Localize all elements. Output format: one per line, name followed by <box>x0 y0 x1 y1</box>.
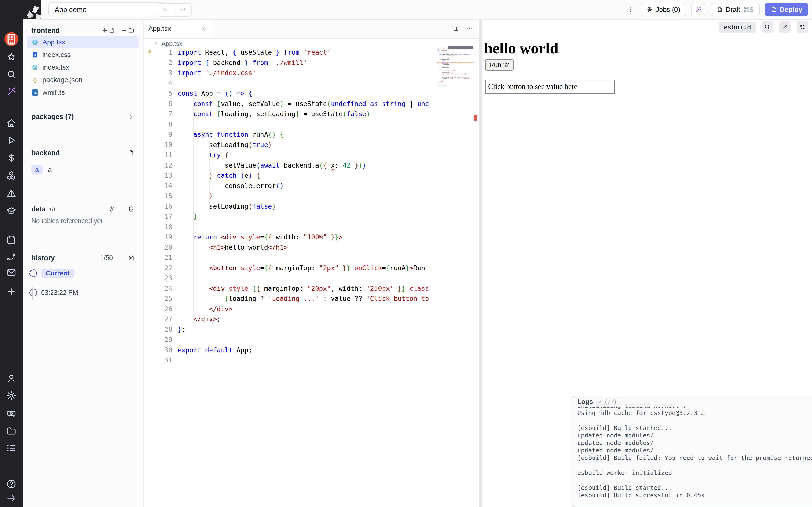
log-line: esbuild worker initialized <box>577 469 812 476</box>
line-number: 11 <box>143 150 177 160</box>
add-plus-icon[interactable] <box>6 286 17 297</box>
add-file-button[interactable] <box>101 27 115 34</box>
preview-heading: hello world <box>484 39 558 57</box>
triggers-prism-icon[interactable] <box>6 188 17 199</box>
save-icon <box>771 6 777 13</box>
braces-file-icon: {} <box>32 76 39 83</box>
file-row-wmill.ts[interactable]: TSwmill.ts <box>27 87 139 99</box>
log-line: updated node_modules/ <box>577 439 812 447</box>
packages-section: packages (7) <box>23 111 143 122</box>
refresh-button[interactable] <box>797 21 808 33</box>
more-menu-button[interactable] <box>626 4 636 15</box>
chevron-down-icon[interactable] <box>596 399 602 405</box>
worker-groups-icon[interactable] <box>6 408 17 418</box>
draft-button[interactable]: Draft ⌘S <box>711 3 760 16</box>
minimap[interactable]: import React, { useState } from 'react'i… <box>438 47 475 371</box>
open-external-button[interactable] <box>779 21 791 33</box>
code-line-7: const [loading, setLoading] = useState(f… <box>177 109 435 119</box>
app-title-input[interactable] <box>48 2 164 17</box>
code-line-15: } <box>177 191 435 201</box>
line-number: 31 <box>143 355 177 365</box>
undo-redo-group <box>157 3 192 17</box>
chevron-right-icon[interactable] <box>128 113 134 120</box>
workspace-building-icon[interactable] <box>4 32 18 46</box>
inspect-select-button[interactable] <box>762 21 773 33</box>
redo-button[interactable] <box>174 4 191 16</box>
logs-header[interactable]: Logs (77) <box>572 396 812 407</box>
log-line: Using idb cache for csstype@3.2.3 … <box>577 409 812 417</box>
line-number: 13 <box>143 170 177 181</box>
jobs-button[interactable]: Jobs (0) <box>641 3 686 16</box>
line-number: 7 <box>143 109 177 119</box>
ai-wand-icon[interactable] <box>6 86 17 97</box>
collapse-arrow-right-icon[interactable] <box>6 493 17 503</box>
file-row-index.css[interactable]: 3index.css <box>27 49 139 61</box>
snapshot-button[interactable] <box>121 255 134 261</box>
home-icon[interactable] <box>6 118 17 128</box>
history-snapshot-row[interactable]: 03:23:22 PM <box>23 288 143 297</box>
undo-button[interactable] <box>157 4 174 16</box>
line-number: 28 <box>143 325 177 335</box>
audit-list-icon[interactable] <box>6 443 17 453</box>
panel-resize-handle[interactable] <box>479 19 482 507</box>
log-line: updated node_modules/ <box>577 447 812 454</box>
run-a-button[interactable]: Run 'a' <box>485 59 514 71</box>
code-line-12: setValue(await backend.a({ x: 42 })) <box>177 160 435 171</box>
code-line-9: async function runA() { <box>177 129 435 140</box>
resources-cubes-icon[interactable] <box>6 170 17 181</box>
draft-shortcut: ⌘S <box>743 6 754 13</box>
react-file-icon <box>32 39 39 46</box>
add-folder-button[interactable] <box>121 27 134 34</box>
editor-more-button[interactable] <box>466 25 473 32</box>
breadcrumb[interactable]: App.tsx <box>153 40 183 48</box>
folders-icon[interactable] <box>6 426 17 436</box>
line-number: 12 <box>143 160 177 171</box>
routes-flow-icon[interactable] <box>6 251 17 262</box>
code-line-6: const [value, setValue] = useState(undef… <box>177 99 435 109</box>
mail-icon[interactable] <box>6 267 17 278</box>
settings-gear-icon[interactable] <box>6 390 17 401</box>
data-settings-button[interactable] <box>108 206 115 212</box>
tab-app-tsx[interactable]: App.tsx <box>143 19 212 38</box>
close-icon[interactable] <box>201 26 206 32</box>
ai-assistant-button[interactable] <box>692 3 705 16</box>
line-numbers: 1234567891011121314151617181920212223242… <box>143 47 177 365</box>
learn-graduation-cap-icon[interactable] <box>6 206 17 216</box>
line-number: 26 <box>143 304 177 314</box>
line-number: 1 <box>143 47 177 58</box>
deploy-button[interactable]: Deploy <box>765 3 808 16</box>
user-icon[interactable] <box>6 373 17 384</box>
log-line <box>577 417 812 424</box>
code-text[interactable]: import React, { useState } from 'react'i… <box>177 47 435 365</box>
current-badge[interactable]: Current <box>41 269 74 278</box>
backend-section: backend a a <box>23 148 143 175</box>
file-label: index.css <box>43 51 71 59</box>
bundler-badge: esbuild <box>719 22 756 33</box>
add-table-button[interactable] <box>121 206 134 212</box>
favorites-star-icon[interactable] <box>6 52 17 62</box>
split-view-button[interactable] <box>453 25 459 32</box>
history-current-row[interactable]: Current <box>23 269 143 278</box>
code-line-19: return <div style={{ width: "100%" }}> <box>177 232 435 242</box>
logo-box <box>0 0 41 19</box>
packages-title: packages (7) <box>32 113 74 121</box>
search-icon[interactable] <box>6 69 17 80</box>
file-row-App.tsx[interactable]: App.tsx <box>27 36 139 48</box>
backend-item[interactable]: a a <box>23 164 143 175</box>
log-line <box>577 462 812 469</box>
script-badge[interactable]: a <box>32 165 43 174</box>
file-row-package.json[interactable]: {}package.json <box>27 74 139 86</box>
svg-text:{}: {} <box>33 77 37 82</box>
help-circle-icon[interactable] <box>6 479 17 489</box>
schedules-calendar-icon[interactable] <box>6 234 17 245</box>
runs-play-icon[interactable] <box>6 135 17 146</box>
line-number: 17 <box>143 212 177 222</box>
line-number: 21 <box>143 252 177 263</box>
minimap-slider[interactable] <box>448 46 473 49</box>
add-file-button[interactable] <box>121 150 134 156</box>
packages-row[interactable]: packages (7) <box>23 111 143 122</box>
windmill-logo-icon[interactable] <box>0 1 6 5</box>
file-label: wmill.ts <box>43 89 65 96</box>
variables-dollar-icon[interactable] <box>6 153 17 163</box>
file-row-index.tsx[interactable]: index.tsx <box>27 61 139 73</box>
